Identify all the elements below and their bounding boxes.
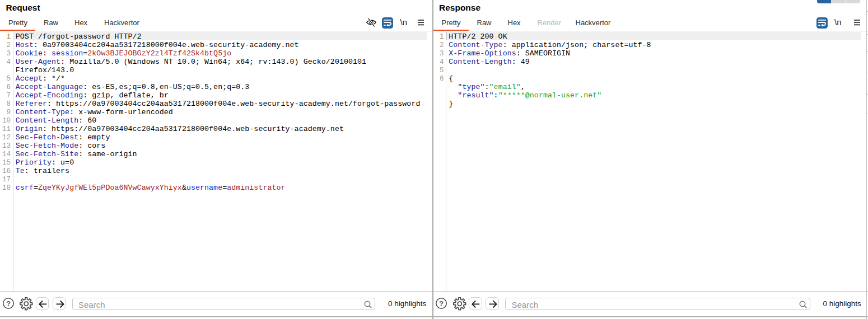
svg-text:?: ? [6,299,11,307]
svg-text:?: ? [439,299,444,307]
